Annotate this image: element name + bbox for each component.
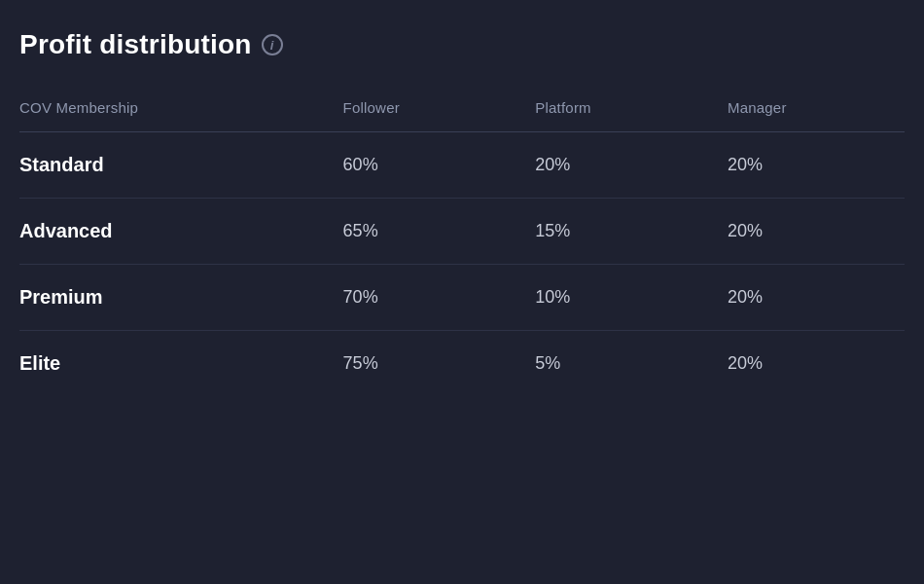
col-header-membership: COV Membership [19,88,328,132]
table-row: Premium70%10%20% [19,265,905,331]
cell-follower-1: 65% [328,199,520,265]
cell-membership-0: Standard [19,132,328,199]
table-body: Standard60%20%20%Advanced65%15%20%Premiu… [19,132,905,397]
cell-manager-2: 20% [712,265,905,331]
page-container: Profit distribution i COV Membership Fol… [19,29,905,396]
cell-platform-1: 15% [519,199,712,265]
table-header: COV Membership Follower Platform Manager [19,88,905,132]
cell-membership-3: Elite [19,331,328,397]
cell-follower-3: 75% [328,331,520,397]
cell-platform-2: 10% [519,265,712,331]
cell-follower-2: 70% [328,265,520,331]
table-row: Standard60%20%20% [19,132,905,199]
cell-manager-1: 20% [712,199,905,265]
cell-platform-0: 20% [519,132,712,199]
page-title: Profit distribution [19,29,252,60]
col-header-manager: Manager [712,88,905,132]
cell-follower-0: 60% [328,132,520,199]
header-row: COV Membership Follower Platform Manager [19,88,905,132]
distribution-table: COV Membership Follower Platform Manager… [19,88,905,396]
table-row: Advanced65%15%20% [19,199,905,265]
cell-manager-3: 20% [712,331,905,397]
col-header-platform: Platform [519,88,712,132]
title-row: Profit distribution i [19,29,905,60]
table-row: Elite75%5%20% [19,331,905,397]
cell-membership-1: Advanced [19,199,328,265]
col-header-follower: Follower [328,88,520,132]
cell-membership-2: Premium [19,265,328,331]
info-icon[interactable]: i [262,34,283,55]
cell-manager-0: 20% [712,132,905,199]
cell-platform-3: 5% [519,331,712,397]
